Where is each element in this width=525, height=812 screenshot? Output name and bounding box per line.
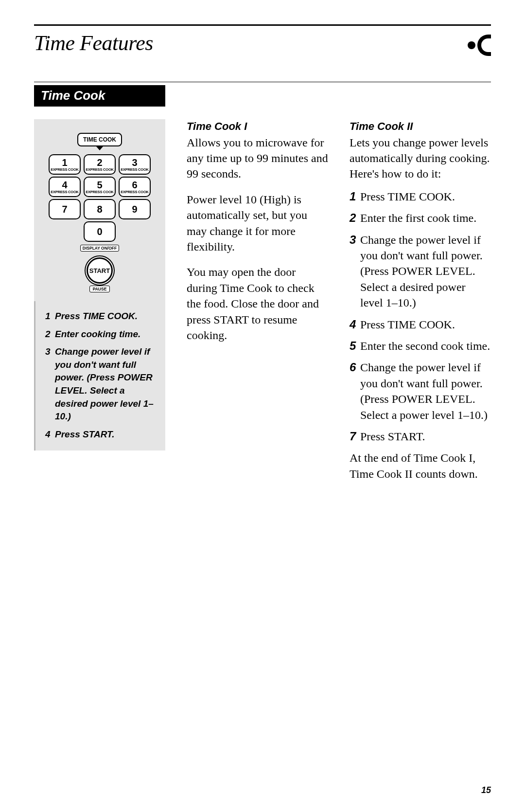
mid-para-1: Allows you to microwave for any time up … xyxy=(187,135,328,182)
keypad-key-1: 1EXPRESS COOK xyxy=(49,154,81,175)
right-closing: At the end of Time Cook I, Time Cook II … xyxy=(350,450,491,482)
pause-label: PAUSE xyxy=(89,286,110,292)
keypad-key-9: 9 xyxy=(119,199,151,219)
keypad-key-8: 8 xyxy=(84,199,116,219)
quick-step-2: Enter cooking time. xyxy=(55,328,140,341)
quick-steps: 1Press TIME COOK. 2Enter cooking time. 3… xyxy=(34,301,165,451)
tc2-step-7: Press START. xyxy=(360,429,491,444)
section-title: Time Cook xyxy=(34,85,165,107)
middle-column: Time Cook I Allows you to microwave for … xyxy=(187,119,328,353)
keypad-key-6: 6EXPRESS COOK xyxy=(119,177,151,197)
triangle-down-icon xyxy=(96,146,103,150)
tc2-step-6: Change the power level if you don't want… xyxy=(360,360,491,423)
keypad-key-0: 0 xyxy=(84,221,116,242)
keypad-key-3: 3EXPRESS COOK xyxy=(119,154,151,175)
time-cook-2-heading: Time Cook II xyxy=(350,119,491,134)
right-intro: Lets you change power levels automatical… xyxy=(350,135,491,182)
tc2-step-1: Press TIME COOK. xyxy=(360,189,491,204)
tc2-step-5: Enter the second cook time. xyxy=(360,338,491,354)
mid-para-3: You may open the door during Time Cook t… xyxy=(187,264,328,343)
page-title: Time Features xyxy=(34,31,153,55)
keypad-key-7: 7 xyxy=(49,199,81,219)
left-column: TIME COOK 1EXPRESS COOK 2EXPRESS COOK 3E… xyxy=(34,119,165,451)
keypad-key-2: 2EXPRESS COOK xyxy=(84,154,116,175)
content-columns: TIME COOK 1EXPRESS COOK 2EXPRESS COOK 3E… xyxy=(34,119,491,482)
display-on-off-label: DISPLAY ON/OFF xyxy=(80,245,119,252)
top-rule xyxy=(34,24,491,26)
quick-step-1: Press TIME COOK. xyxy=(55,310,138,323)
keypad-panel: TIME COOK 1EXPRESS COOK 2EXPRESS COOK 3E… xyxy=(34,119,165,301)
tc2-step-4: Press TIME COOK. xyxy=(360,317,491,332)
start-button: START xyxy=(87,257,113,284)
quick-step-3: Change power level if you don't want ful… xyxy=(55,345,155,423)
keypad-key-5: 5EXPRESS COOK xyxy=(84,177,116,197)
tc2-step-3: Change the power level if you don't want… xyxy=(360,232,491,311)
tc2-step-2: Enter the first cook time. xyxy=(360,210,491,226)
time-cook-button: TIME COOK xyxy=(77,133,122,146)
time-cook-1-heading: Time Cook I xyxy=(187,119,328,134)
divider xyxy=(34,82,491,82)
quick-step-4: Press START. xyxy=(55,428,115,441)
brand-logo xyxy=(457,31,491,60)
keypad-key-4: 4EXPRESS COOK xyxy=(49,177,81,197)
page-number: 15 xyxy=(481,785,491,795)
mid-para-2: Power level 10 (High) is automatically s… xyxy=(187,192,328,255)
right-column: Time Cook II Lets you change power level… xyxy=(350,119,491,482)
time-cook-2-steps: 1Press TIME COOK. 2Enter the first cook … xyxy=(350,189,491,444)
